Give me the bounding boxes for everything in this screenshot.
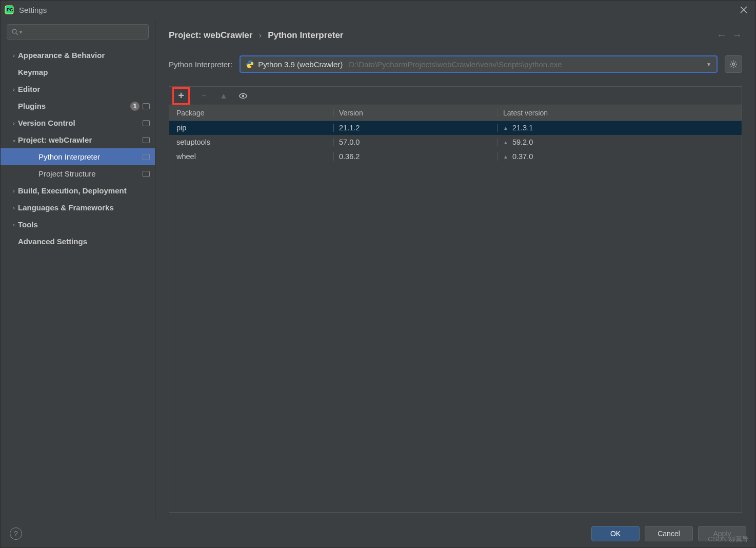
sidebar-item-tools[interactable]: ›Tools [1, 216, 155, 233]
cell-package: wheel [169, 152, 333, 161]
chevron-icon: › [10, 86, 18, 92]
sidebar-item-label: Tools [18, 220, 150, 229]
cell-version: 0.36.2 [333, 152, 498, 161]
sidebar-item-advanced-settings[interactable]: Advanced Settings [1, 233, 155, 250]
chevron-icon: ⌄ [10, 136, 18, 143]
header-latest[interactable]: Latest version [498, 109, 742, 117]
close-button[interactable] [736, 4, 751, 15]
chevron-icon: › [10, 188, 18, 194]
sidebar-item-languages-frameworks[interactable]: ›Languages & Frameworks [1, 199, 155, 216]
breadcrumb-separator: › [258, 30, 262, 41]
project-scope-icon [143, 120, 150, 126]
sidebar-item-editor[interactable]: ›Editor [1, 81, 155, 97]
watermark: CSDN @莫导 [708, 535, 749, 544]
sidebar-item-appearance-behavior[interactable]: ›Appearance & Behavior [1, 47, 155, 64]
breadcrumb-page: Python Interpreter [268, 30, 343, 41]
sidebar: ▾ ›Appearance & BehaviorKeymap›EditorPlu… [1, 19, 155, 519]
interpreter-label: Python Interpreter: [169, 60, 232, 69]
project-scope-icon [143, 137, 150, 143]
cancel-button[interactable]: Cancel [645, 526, 693, 541]
cell-version: 57.0.0 [333, 138, 498, 146]
sidebar-item-label: Advanced Settings [18, 237, 150, 246]
chevron-icon: › [10, 120, 18, 126]
settings-tree: ›Appearance & BehaviorKeymap›EditorPlugi… [1, 45, 155, 519]
sidebar-item-label: Editor [18, 85, 150, 93]
nav-forward-button[interactable]: → [732, 29, 742, 41]
sidebar-item-label: Languages & Frameworks [18, 203, 150, 212]
packages-panel: + − ▲ Package Version Latest version pip… [169, 86, 742, 513]
svg-text:PC: PC [7, 7, 13, 12]
sidebar-item-label: Project Structure [38, 169, 143, 178]
titlebar: PC Settings [1, 1, 755, 19]
project-scope-icon [143, 154, 150, 160]
sidebar-item-label: Appearance & Behavior [18, 51, 150, 60]
cell-package: setuptools [169, 138, 333, 146]
cell-package: pip [169, 124, 333, 132]
pycharm-icon: PC [5, 5, 14, 14]
show-early-releases-button[interactable] [238, 91, 248, 101]
sidebar-item-build-execution-deployment[interactable]: ›Build, Execution, Deployment [1, 182, 155, 199]
interpreter-name: Python 3.9 (webCrawler) [258, 60, 343, 69]
gear-icon [729, 60, 738, 68]
upgrade-package-button[interactable]: ▲ [218, 91, 229, 101]
header-version[interactable]: Version [333, 109, 498, 117]
python-icon [246, 60, 254, 68]
packages-table: Package Version Latest version pip21.1.2… [169, 105, 742, 512]
main-panel: Project: webCrawler › Python Interpreter… [155, 19, 755, 519]
settings-window: PC Settings ▾ ›Appearance & BehaviorKeym… [0, 0, 756, 548]
sidebar-item-label: Version Control [18, 119, 143, 127]
table-row[interactable]: pip21.1.2▲21.3.1 [169, 121, 742, 135]
sidebar-item-label: Project: webCrawler [18, 135, 143, 144]
breadcrumb-project[interactable]: Project: webCrawler [169, 30, 252, 41]
sidebar-item-keymap[interactable]: Keymap [1, 64, 155, 81]
project-scope-icon [143, 103, 150, 109]
breadcrumb: Project: webCrawler › Python Interpreter… [169, 29, 742, 41]
help-button[interactable]: ? [10, 527, 22, 540]
sidebar-item-plugins[interactable]: Plugins1 [1, 97, 155, 114]
table-row[interactable]: setuptools57.0.0▲59.2.0 [169, 135, 742, 149]
svg-point-3 [12, 29, 16, 33]
packages-toolbar: + − ▲ [169, 87, 742, 105]
cell-latest: ▲21.3.1 [498, 124, 742, 132]
interpreter-select[interactable]: Python 3.9 (webCrawler) D:\Data\PycharmP… [240, 55, 718, 73]
interpreter-path: D:\Data\PycharmProjects\webCrawler\venv\… [349, 60, 702, 69]
chevron-icon: › [10, 222, 18, 228]
sidebar-item-label: Plugins [18, 102, 130, 110]
svg-line-4 [16, 33, 18, 35]
upgrade-available-icon: ▲ [503, 140, 508, 145]
cell-latest: ▲0.37.0 [498, 152, 742, 161]
nav-back-button[interactable]: ← [717, 29, 727, 41]
cell-latest: ▲59.2.0 [498, 138, 742, 146]
sidebar-item-project-webcrawler[interactable]: ⌄Project: webCrawler [1, 131, 155, 148]
update-badge: 1 [130, 102, 140, 111]
project-scope-icon [143, 171, 150, 177]
sidebar-item-label: Build, Execution, Deployment [18, 186, 150, 195]
search-input[interactable]: ▾ [7, 24, 149, 40]
interpreter-settings-button[interactable] [725, 55, 742, 73]
add-package-highlight: + [172, 87, 190, 105]
sidebar-item-label: Python Interpreter [38, 152, 143, 161]
svg-point-7 [242, 94, 244, 96]
chevron-icon: › [10, 205, 18, 211]
dialog-footer: ? OK Cancel Apply [1, 519, 755, 547]
upgrade-available-icon: ▲ [503, 125, 508, 131]
ok-button[interactable]: OK [591, 526, 640, 541]
svg-point-5 [732, 63, 734, 65]
upgrade-available-icon: ▲ [503, 154, 508, 160]
table-header: Package Version Latest version [169, 105, 742, 121]
remove-package-button[interactable]: − [199, 91, 209, 101]
cell-version: 21.1.2 [333, 124, 498, 132]
add-package-button[interactable]: + [176, 91, 186, 101]
sidebar-item-project-structure[interactable]: Project Structure [1, 165, 155, 182]
sidebar-item-label: Keymap [18, 68, 150, 76]
header-package[interactable]: Package [169, 109, 333, 117]
sidebar-item-version-control[interactable]: ›Version Control [1, 114, 155, 131]
table-row[interactable]: wheel0.36.2▲0.37.0 [169, 149, 742, 164]
chevron-icon: › [10, 52, 18, 58]
chevron-down-icon: ▼ [706, 62, 711, 67]
sidebar-item-python-interpreter[interactable]: Python Interpreter [1, 148, 155, 165]
window-title: Settings [19, 6, 47, 14]
